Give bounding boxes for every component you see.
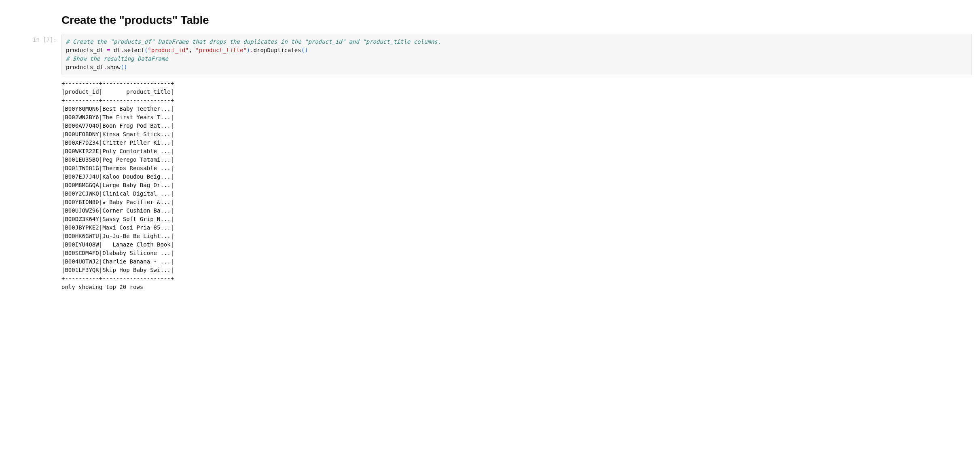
- output-prompt-spacer: [0, 75, 61, 78]
- section-heading: Create the "products" Table: [61, 14, 972, 27]
- code-cell: In [7]: # Create the "products_df" DataF…: [0, 34, 980, 75]
- code-token: show: [107, 64, 121, 70]
- code-token: "product_title": [195, 47, 246, 53]
- code-token: .: [250, 47, 253, 53]
- markdown-body: Create the "products" Table: [61, 8, 980, 34]
- stdout-output: +----------+--------------------+ |produ…: [61, 79, 972, 291]
- code-token: products_df: [66, 47, 107, 53]
- code-token: dropDuplicates: [254, 47, 301, 53]
- code-token: ,: [189, 47, 196, 53]
- code-token: select: [124, 47, 144, 53]
- code-token: =: [107, 47, 110, 53]
- code-token: df: [110, 47, 121, 53]
- output-body: +----------+--------------------+ |produ…: [61, 75, 980, 291]
- input-prompt: In [7]:: [0, 34, 61, 43]
- code-token: "product_id": [148, 47, 188, 53]
- notebook: Create the "products" Table In [7]: # Cr…: [0, 0, 980, 308]
- code-body: # Create the "products_df" DataFrame tha…: [61, 34, 980, 75]
- prompt-spacer: [0, 8, 61, 11]
- code-token: ): [305, 47, 308, 53]
- code-input[interactable]: # Create the "products_df" DataFrame tha…: [61, 34, 972, 75]
- code-comment: # Show the resulting DataFrame: [66, 55, 168, 62]
- code-token: ): [124, 64, 127, 70]
- code-comment: # Create the "products_df" DataFrame tha…: [66, 38, 441, 45]
- output-cell: +----------+--------------------+ |produ…: [0, 75, 980, 291]
- code-token: products_df: [66, 64, 104, 70]
- code-token: (: [301, 47, 305, 53]
- code-token: .: [104, 64, 107, 70]
- code-token: ): [247, 47, 250, 53]
- markdown-cell: Create the "products" Table: [0, 8, 980, 34]
